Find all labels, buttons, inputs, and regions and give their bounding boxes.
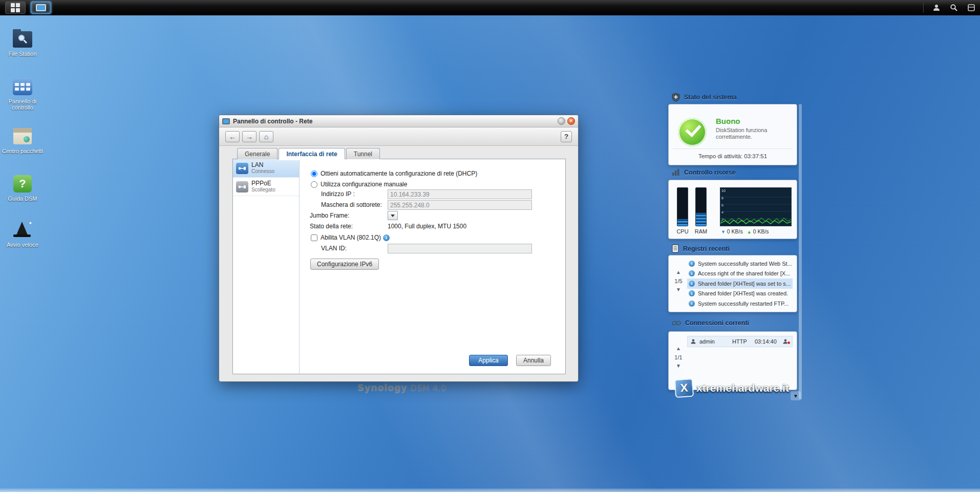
desktop-icon-label: Guida DSM (8, 196, 37, 202)
desktop: File Station Pannello di controllo Centr… (0, 0, 980, 492)
sidebar-collapse-button[interactable]: ▼ (791, 391, 801, 400)
connection-protocol: HTTP (732, 338, 752, 345)
info-icon: i (689, 290, 695, 296)
main-menu-icon (11, 3, 20, 12)
main-menu-button[interactable] (5, 2, 26, 14)
logs-page-indicator: 1/5 (674, 278, 682, 284)
taskbar-right (919, 0, 980, 15)
tab-strip: Generale Interfaccia di rete Tunnel (237, 148, 381, 159)
user-menu-button[interactable] (928, 0, 945, 15)
interface-status: Scollegato (251, 187, 275, 193)
minimize-button[interactable]: – (558, 117, 565, 125)
ipv6-config-button[interactable]: Configurazione IPv6 (310, 259, 379, 270)
connections-page-up-button[interactable]: ▲ (676, 346, 681, 351)
desktop-icon-label: Centro pacchetti (2, 148, 43, 154)
desktop-icon-package-center[interactable]: Centro pacchetti (2, 126, 44, 154)
subnet-field[interactable] (388, 200, 532, 210)
info-icon: i (689, 270, 695, 276)
log-text: Access right of the shared folder [X... (698, 270, 790, 276)
window-titlebar[interactable]: Pannello di controllo - Rete – ✕ (219, 115, 578, 127)
jumbo-frame-dropdown[interactable] (388, 211, 398, 220)
desktop-icon-dsm-help[interactable]: ? Guida DSM (2, 174, 44, 202)
vlan-id-label: VLAN ID: (321, 245, 347, 252)
chevron-down-icon (391, 215, 395, 217)
bar-chart-icon (672, 168, 680, 176)
help-button[interactable]: ? (561, 131, 572, 142)
info-icon[interactable]: i (383, 234, 390, 241)
apply-button[interactable]: Applica (469, 355, 508, 366)
vlan-checkbox-label: Abilita VLAN (802.1Q) (321, 234, 381, 241)
quick-start-icon: ✦ (12, 220, 33, 240)
widgets-button[interactable] (963, 0, 980, 15)
upload-speed: 0 KB/s (753, 228, 769, 234)
desktop-icon-quick-start[interactable]: ✦ Avvio veloce (2, 220, 44, 248)
system-status-title: Stato del sistema (684, 94, 737, 101)
desktop-icon-file-station[interactable]: File Station (2, 29, 44, 57)
ip-label: Indirizzo IP : (321, 190, 355, 198)
file-station-icon (12, 29, 33, 49)
network-state-value: 1000, Full duplex, MTU 1500 (388, 223, 466, 230)
tab-interfaccia-di-rete[interactable]: Interfaccia di rete (279, 148, 345, 159)
resource-monitor-panel: CPU RAM 10 8 6 4 2 ▼ 0 KB/s ▲ 0 KB/s (668, 180, 797, 239)
logs-page-up-button[interactable]: ▲ (676, 270, 681, 275)
control-panel-icon (12, 77, 33, 96)
window-toolbar: ← → ⌂ ? (219, 127, 578, 146)
shield-icon (672, 93, 680, 102)
forward-button[interactable]: → (242, 131, 257, 142)
tab-generale[interactable]: Generale (237, 148, 278, 159)
bottom-strip (0, 488, 980, 492)
log-row[interactable]: i Shared folder [XHTest] was set to s... (687, 279, 793, 289)
window-title: Pannello di controllo - Rete (233, 118, 312, 125)
connections-page-down-button[interactable]: ▼ (676, 363, 681, 369)
link-icon (672, 319, 681, 327)
desktop-icon-label: File Station (8, 51, 36, 57)
current-connections-header: Connessioni correnti (672, 319, 749, 327)
dhcp-radio[interactable] (311, 170, 317, 177)
system-status-panel: Buono DiskStation funziona correttamente… (668, 104, 797, 165)
resource-monitor-title: Controllo risorse (684, 169, 736, 176)
dsm-watermark: SynologyDSM 4.0 (307, 382, 497, 393)
log-text: Shared folder [XHTest] was set to s... (698, 281, 791, 287)
ram-meter (695, 187, 707, 226)
back-button[interactable]: ← (225, 131, 240, 142)
watermark-brand: Synology (357, 382, 407, 393)
download-arrow-icon: ▼ (721, 229, 726, 234)
close-button[interactable]: ✕ (567, 117, 575, 125)
desktop-icon-control-panel[interactable]: Pannello di controllo (2, 77, 44, 111)
vlan-id-field[interactable] (388, 244, 532, 253)
interface-item-lan[interactable]: LAN Connesso (233, 159, 299, 178)
show-desktop-button[interactable] (31, 2, 51, 14)
interface-item-pppoe[interactable]: PPPoE Scollegato (233, 178, 299, 196)
manual-radio[interactable] (311, 181, 317, 188)
connection-row[interactable]: admin HTTP 03:14:40 (687, 336, 793, 347)
recent-logs-header: Registri recenti (672, 244, 730, 253)
ram-label: RAM (694, 228, 708, 234)
status-description: DiskStation funziona correttamente. (716, 127, 787, 140)
ip-field[interactable] (388, 189, 532, 199)
sidebar-scrollbar[interactable] (799, 104, 802, 399)
log-row[interactable]: i Shared folder [XHTest] was created. (687, 289, 793, 299)
vlan-checkbox[interactable] (311, 234, 317, 241)
user-icon (932, 4, 941, 12)
brand-logo-icon: X (674, 378, 694, 398)
home-button[interactable]: ⌂ (259, 131, 273, 142)
interface-name: PPPoE (251, 180, 275, 187)
log-row[interactable]: i Access right of the shared folder [X..… (687, 269, 793, 279)
info-icon: i (689, 281, 695, 287)
log-text: Shared folder [XHTest] was created. (698, 290, 788, 296)
network-interface-panel: LAN Connesso PPPoE Scollegato (232, 159, 566, 374)
network-speed: ▼ 0 KB/s ▲ 0 KB/s (721, 228, 769, 234)
log-row[interactable]: i System successfully restarted FTP... (687, 298, 793, 309)
interface-list: LAN Connesso PPPoE Scollegato (233, 159, 300, 374)
search-button[interactable] (945, 0, 963, 15)
tab-tunnel[interactable]: Tunnel (346, 148, 380, 159)
cancel-button[interactable]: Annulla (516, 355, 551, 366)
logs-page-down-button[interactable]: ▼ (676, 287, 681, 292)
log-row[interactable]: i System successfully started Web St... (687, 259, 793, 269)
search-icon (950, 4, 958, 12)
subnet-label: Maschera di sottorete: (321, 201, 382, 208)
log-text: System successfully started Web St... (698, 261, 792, 267)
uptime-text: Tempo di attività: 03:37:51 (669, 153, 797, 159)
kick-connection-icon[interactable] (782, 338, 790, 345)
desktop-icon-label: Pannello di controllo (2, 98, 44, 111)
